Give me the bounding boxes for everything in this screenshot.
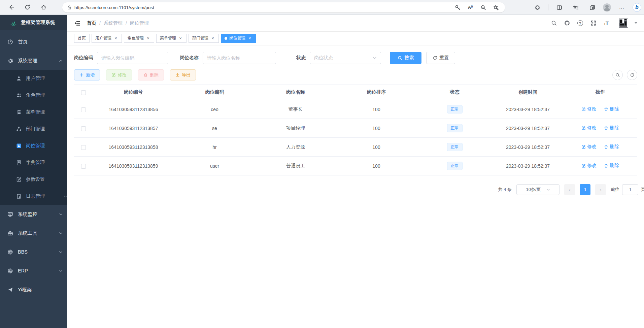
sidebar-item-system-management[interactable]: 系统管理	[0, 51, 67, 70]
col-created: 创建时间	[493, 85, 563, 100]
user-avatar-logo[interactable]	[619, 19, 628, 28]
sidebar-item-log-management[interactable]: 日志管理	[0, 188, 67, 205]
refresh-table-button[interactable]	[627, 70, 637, 80]
tag-post-management[interactable]: 岗位管理×	[221, 34, 256, 43]
active-tag-dot	[225, 37, 227, 40]
url-text[interactable]: https://ccnetcore.com:1101/system/post	[74, 5, 454, 10]
post-name-input[interactable]	[203, 52, 276, 64]
col-status: 状态	[417, 85, 493, 100]
github-link-button[interactable]	[563, 20, 571, 27]
sidebar-item-bbs[interactable]: BBS	[0, 242, 67, 261]
sidebar-item-role-management[interactable]: 角色管理	[0, 87, 67, 104]
browser-settings-menu[interactable]: …	[616, 2, 628, 13]
fullscreen-button[interactable]	[589, 20, 597, 27]
sidebar-item-home[interactable]: 首页	[0, 32, 67, 51]
row-delete-button[interactable]: 删除	[604, 163, 619, 169]
sidebar-item-dict-management[interactable]: 字典管理	[0, 154, 67, 171]
add-button[interactable]: 新增	[74, 69, 100, 80]
goto-page-input[interactable]	[622, 184, 638, 195]
row-delete-button[interactable]: 删除	[604, 106, 619, 112]
row-checkbox[interactable]	[81, 164, 86, 169]
search-form: 岗位编码 岗位名称 状态 岗位状态 搜索	[74, 52, 637, 64]
tag-close-icon[interactable]: ×	[113, 36, 118, 41]
breadcrumb-system[interactable]: 系统管理	[104, 20, 123, 26]
browser-refresh-button[interactable]	[22, 2, 33, 13]
post-code-input[interactable]	[97, 52, 168, 64]
row-delete-button[interactable]: 删除	[604, 144, 619, 150]
sidebar-item-yi-framework[interactable]: Yi框架	[0, 280, 67, 299]
row-edit-button[interactable]: 修改	[581, 144, 597, 150]
split-screen-button[interactable]	[553, 2, 565, 13]
col-post-name: 岗位名称	[255, 85, 336, 100]
sidebar-item-menu-management[interactable]: 菜单管理	[0, 104, 67, 121]
next-page-button[interactable]: ›	[595, 184, 606, 195]
row-checkbox[interactable]	[81, 126, 86, 131]
address-bar[interactable]: https://ccnetcore.com:1101/system/post A…	[62, 2, 505, 12]
page-size-select[interactable]: 10条/页	[516, 184, 560, 195]
sidebar-item-erp[interactable]: ERP	[0, 261, 67, 280]
reset-button[interactable]: 重置	[426, 52, 455, 64]
sidebar-item-param-settings[interactable]: 参数设置	[0, 171, 67, 188]
yi-logo-icon	[619, 19, 628, 28]
read-aloud-button[interactable]: A))	[467, 4, 474, 11]
sidebar-item-system-monitor[interactable]: 系统监控	[0, 205, 67, 224]
delete-button[interactable]: 删除	[138, 69, 164, 80]
row-delete-button[interactable]: 删除	[604, 125, 619, 131]
zoom-out-button[interactable]	[479, 4, 487, 11]
toggle-search-button[interactable]	[612, 70, 623, 80]
tag-menu-management[interactable]: 菜单管理×	[156, 34, 187, 43]
header-search-button[interactable]	[550, 20, 557, 27]
toolbox-icon	[7, 230, 13, 236]
tag-close-icon[interactable]: ×	[146, 36, 150, 41]
search-button[interactable]: 搜索	[390, 52, 421, 64]
select-all-checkbox[interactable]	[81, 90, 86, 95]
user-icon	[16, 76, 22, 81]
tag-user-management[interactable]: 用户管理×	[92, 34, 122, 43]
add-favorite-button[interactable]	[492, 4, 500, 11]
font-size-button[interactable]: тT	[603, 20, 610, 27]
goto-label: 前往	[611, 187, 619, 193]
sidebar-collapse-button[interactable]	[74, 20, 81, 27]
row-edit-button[interactable]: 修改	[581, 106, 597, 112]
browser-profile-avatar[interactable]	[603, 3, 611, 11]
tag-dept-management[interactable]: 部门管理×	[189, 34, 219, 43]
page-number-1[interactable]: 1	[580, 184, 590, 195]
sidebar-item-system-tools[interactable]: 系统工具	[0, 224, 67, 242]
password-key-button[interactable]	[454, 4, 461, 11]
copilot-button[interactable]: b	[633, 3, 641, 12]
tag-role-management[interactable]: 角色管理×	[124, 34, 154, 43]
sidebar-item-user-management[interactable]: 用户管理	[0, 70, 67, 87]
row-edit-button[interactable]: 修改	[581, 163, 597, 169]
status-label: 状态	[296, 55, 306, 61]
plus-icon	[79, 73, 84, 77]
dictionary-book-icon	[16, 160, 22, 165]
tag-close-icon[interactable]: ×	[210, 36, 215, 41]
tag-close-icon[interactable]: ×	[178, 36, 183, 41]
tag-home[interactable]: 首页	[74, 34, 90, 43]
row-edit-button[interactable]: 修改	[581, 125, 597, 131]
browser-back-button[interactable]	[5, 2, 17, 13]
breadcrumb-home[interactable]: 首页	[87, 20, 96, 26]
extensions-button[interactable]	[532, 2, 543, 13]
pagination: 共 4 条 10条/页 ‹ 1 › 前往 页	[74, 184, 644, 195]
browser-home-button[interactable]	[38, 2, 49, 13]
app-logo[interactable]: 意框架管理系统	[0, 15, 67, 30]
status-select[interactable]: 岗位状态	[310, 52, 381, 64]
sidebar-item-dept-management[interactable]: 部门管理	[0, 121, 67, 137]
sidebar-item-post-management[interactable]: 岗位管理	[0, 137, 67, 154]
prev-page-button[interactable]: ‹	[564, 184, 575, 195]
table-row: 1641030593112313859 user 普通员工 100 正常 202…	[74, 157, 637, 175]
post-code-label: 岗位编码	[74, 55, 93, 61]
row-checkbox[interactable]	[81, 145, 86, 150]
cell-post-name: 人力资源	[255, 138, 336, 157]
export-button[interactable]: 导出	[170, 69, 196, 80]
favorites-button[interactable]	[570, 2, 581, 13]
user-menu-caret-icon[interactable]	[635, 22, 637, 24]
collections-button[interactable]	[586, 2, 598, 13]
tag-close-icon[interactable]: ×	[247, 36, 252, 41]
row-checkbox[interactable]	[81, 107, 86, 112]
edit-button[interactable]: 修改	[106, 69, 132, 80]
help-button[interactable]: ?	[576, 20, 584, 27]
cell-post-name: 董事长	[255, 100, 336, 119]
trash-icon	[143, 73, 148, 77]
